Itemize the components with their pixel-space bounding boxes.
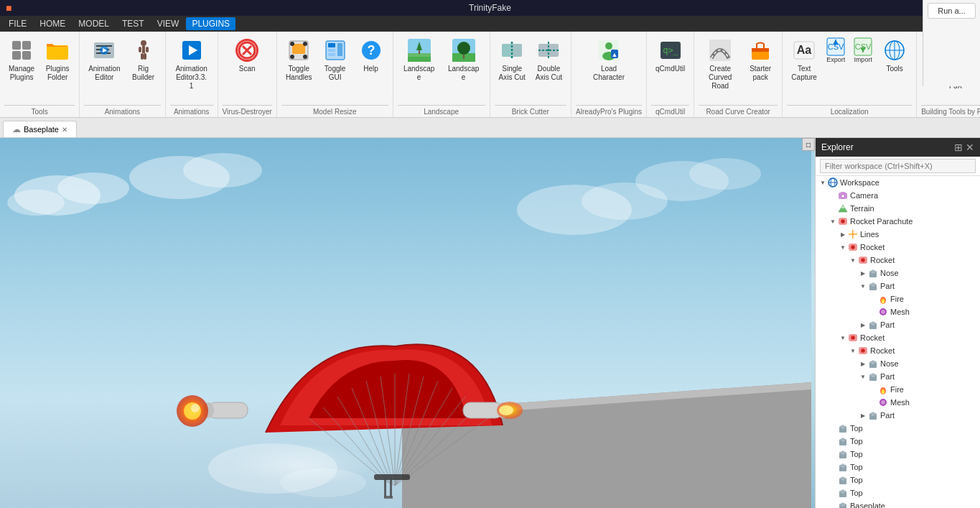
tree-chevron-nose2[interactable]: ▶	[859, 361, 867, 367]
help-button[interactable]: ? Help	[354, 34, 388, 76]
tree-item-baseplate[interactable]: Baseplate	[816, 499, 980, 508]
toggle-handles-button[interactable]: ToggleHandles	[281, 34, 317, 85]
load-character-button[interactable]: ▲ LoadCharacter	[589, 34, 629, 85]
tree-chevron-part1[interactable]: ▼	[859, 283, 867, 290]
tree-icon-part2b	[867, 410, 879, 421]
tree-item-mesh2[interactable]: Mesh	[816, 396, 980, 409]
svg-text:Aa: Aa	[797, 44, 812, 56]
double-axis-cut-button[interactable]: DoubleAxis Cut	[531, 34, 566, 85]
tree-item-mesh1[interactable]: Mesh	[816, 305, 980, 318]
svg-rect-119	[390, 479, 392, 497]
tree-item-camera[interactable]: Camera	[816, 189, 980, 202]
explorer-tree: ▼Workspace Camera Terrain▼Rocket Parachu…	[816, 176, 980, 508]
tab-label: Baseplate	[24, 125, 59, 134]
localization-tools-icon	[882, 37, 907, 63]
menu-plugins[interactable]: PLUGINS	[186, 17, 235, 30]
tree-item-part1b[interactable]: ▶Part	[816, 318, 980, 331]
toolbar: ManagePlugins PluginsFolder Tools	[0, 32, 980, 118]
tree-chevron-part2b[interactable]: ▶	[859, 412, 867, 419]
rig-builder-button[interactable]: RigBuilder	[126, 34, 161, 85]
tree-item-rocket-parachute[interactable]: ▼Rocket Parachute	[816, 215, 980, 228]
toggle-gui-button[interactable]: ToggleGUI	[318, 34, 353, 85]
tree-item-workspace[interactable]: ▼Workspace	[816, 176, 980, 189]
tree-chevron-part2[interactable]: ▼	[859, 374, 867, 380]
manage-plugins-button[interactable]: ManagePlugins	[4, 34, 39, 85]
tree-item-rocket1a[interactable]: ▼Rocket	[816, 254, 980, 267]
tree-item-top2[interactable]: Top	[816, 435, 980, 448]
tree-item-part2b[interactable]: ▶Part	[816, 409, 980, 422]
double-axis-cut-label: DoubleAxis Cut	[536, 65, 562, 82]
baseplate-tab[interactable]: ☁ Baseplate ✕	[3, 121, 77, 137]
svg-rect-46	[502, 44, 511, 57]
tree-item-terrain[interactable]: Terrain	[816, 202, 980, 215]
menu-file[interactable]: FILE	[3, 17, 32, 30]
explorer-close-icon[interactable]: ✕	[966, 142, 974, 153]
plugins-folder-button[interactable]: PluginsFolder	[40, 34, 75, 85]
loadchar-group-label: AlreadyPro's Plugins	[576, 105, 642, 116]
svg-rect-39	[419, 50, 420, 54]
explorer-search-input[interactable]	[820, 159, 976, 173]
tree-chevron-workspace[interactable]: ▼	[818, 180, 827, 186]
landscape-button[interactable]: Landscape	[398, 34, 441, 85]
tree-item-part2[interactable]: ▼Part	[816, 370, 980, 383]
create-curved-road-button[interactable]: CreateCurved Road	[699, 34, 742, 93]
collapse-button[interactable]: □	[802, 138, 815, 151]
tree-item-rocket2[interactable]: ▼Rocket	[816, 331, 980, 344]
tree-item-rocket1[interactable]: ▼Rocket	[816, 241, 980, 254]
explorer-panel: Explorer ⊞ ✕ ▼Workspace Camera Terrain▼R…	[815, 138, 980, 508]
export-button[interactable]: CSV Export	[823, 34, 849, 66]
animation-editor2-button[interactable]: AnimationEditor3.3.1	[170, 34, 213, 93]
menu-model[interactable]: MODEL	[73, 17, 115, 30]
tree-item-nose1[interactable]: ▶Nose	[816, 267, 980, 280]
tree-item-top6[interactable]: Top	[816, 486, 980, 499]
tree-item-fire1[interactable]: Fire	[816, 292, 980, 305]
single-axis-cut-button[interactable]: SingleAxis Cut	[495, 34, 530, 85]
tree-item-rocket2a[interactable]: ▼Rocket	[816, 344, 980, 357]
toolbar-group-tools: ManagePlugins PluginsFolder Tools	[0, 32, 80, 117]
tree-item-top4[interactable]: Top	[816, 461, 980, 474]
tree-chevron-lines[interactable]: ▶	[839, 231, 847, 238]
svg-point-171	[881, 400, 885, 405]
qcmdutil-label: qCmdUtil	[655, 65, 685, 73]
svg-point-149	[882, 300, 884, 303]
tree-chevron-rocket-parachute[interactable]: ▼	[829, 218, 837, 225]
tree-chevron-rocket1a[interactable]: ▼	[849, 257, 857, 264]
tree-item-fire2[interactable]: Fire	[816, 383, 980, 396]
tree-item-top5[interactable]: Top	[816, 474, 980, 486]
tree-chevron-rocket2[interactable]: ▼	[839, 335, 847, 341]
import-button[interactable]: CSV Import	[850, 34, 876, 66]
text-capture-button[interactable]: Aa TextCapture	[787, 34, 821, 85]
starter-pack-button[interactable]: Starterpack	[743, 34, 778, 85]
landscape2-button[interactable]: Landscape	[442, 34, 485, 85]
menu-home[interactable]: HOME	[34, 17, 71, 30]
tree-icon-nose2	[867, 358, 879, 369]
svg-rect-12	[142, 46, 145, 53]
tree-item-part1[interactable]: ▼Part	[816, 280, 980, 292]
menu-test[interactable]: TEST	[116, 17, 150, 30]
plugins-folder-icon	[45, 37, 70, 63]
explorer-pin-icon[interactable]: ⊞	[954, 142, 963, 153]
tree-chevron-rocket1[interactable]: ▼	[839, 244, 847, 251]
viewport[interactable]: □	[0, 138, 815, 508]
localization-tools-button[interactable]: Tools	[877, 34, 912, 76]
tree-label-rocket-parachute: Rocket Parachute	[850, 217, 913, 226]
tree-item-lines[interactable]: ▶Lines	[816, 228, 980, 241]
svg-rect-13	[139, 47, 141, 52]
tree-icon-terrain	[837, 203, 849, 214]
tree-icon-fire2	[877, 384, 889, 395]
tree-chevron-part1b[interactable]: ▶	[859, 322, 867, 328]
tree-item-top3[interactable]: Top	[816, 448, 980, 461]
tab-close-icon[interactable]: ✕	[62, 126, 67, 134]
toolbar-road-buttons: CreateCurved Road Starterpack	[699, 34, 778, 105]
tree-chevron-nose1[interactable]: ▶	[859, 270, 867, 277]
tree-label-rocket1a: Rocket	[870, 256, 895, 264]
menu-view[interactable]: VIEW	[151, 17, 185, 30]
animation-editor-button[interactable]: AnimationEditor	[84, 34, 124, 85]
tree-label-top2: Top	[850, 437, 863, 445]
tree-item-top1[interactable]: Top	[816, 422, 980, 435]
qcmdutil-button[interactable]: q>_ qCmdUtil	[651, 34, 689, 76]
tree-item-nose2[interactable]: ▶Nose	[816, 357, 980, 370]
tree-chevron-rocket2a[interactable]: ▼	[849, 348, 857, 354]
single-axis-cut-icon	[499, 37, 525, 63]
scan-button[interactable]: Scan	[230, 34, 264, 76]
